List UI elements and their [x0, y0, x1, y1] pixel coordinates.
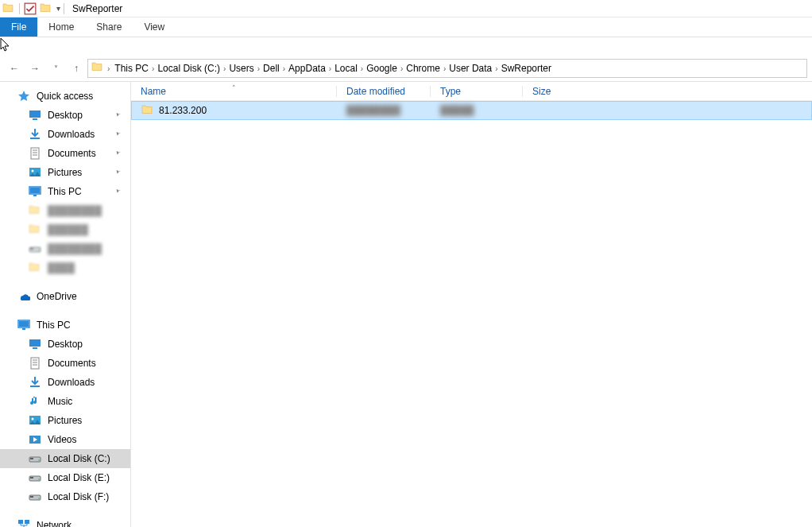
nav-up-button[interactable]: ↑: [67, 59, 86, 78]
breadcrumb-segment[interactable]: Google: [363, 63, 400, 74]
sidebar-item-label: Pictures: [48, 415, 82, 426]
sidebar-redacted-item[interactable]: ████████: [0, 201, 130, 220]
videos-icon: [29, 433, 41, 446]
nav-back-button[interactable]: ←: [5, 59, 24, 78]
pictures-icon: [29, 414, 41, 427]
monitor-icon: [29, 185, 41, 198]
sidebar-item-desktop[interactable]: Desktop: [0, 335, 130, 354]
qat-new-folder-icon[interactable]: [39, 2, 53, 16]
nav-recent-dropdown[interactable]: ˅: [46, 59, 65, 78]
sidebar-item-downloads[interactable]: Downloads: [0, 373, 130, 392]
pin-icon: [114, 149, 122, 159]
breadcrumb-segment[interactable]: Users: [226, 63, 257, 74]
sidebar-item-label: Music: [48, 396, 72, 407]
nav-bar: ← → ˅ ↑ › This PC›Local Disk (C:)›Users›…: [0, 56, 812, 82]
disk-icon: [29, 490, 41, 503]
cell-name: 81.233.200: [132, 104, 337, 117]
pin-icon: [114, 130, 122, 140]
tab-share[interactable]: Share: [85, 17, 133, 37]
sidebar-item-documents[interactable]: Documents: [0, 354, 130, 373]
breadcrumb-segment[interactable]: Dell: [260, 63, 283, 74]
onedrive-icon: [17, 290, 30, 303]
nav-forward-button[interactable]: →: [25, 59, 44, 78]
sidebar-item-label: Videos: [48, 434, 76, 445]
sidebar-item-this-pc[interactable]: This PC: [0, 182, 130, 201]
ribbon-tabs: File Home Share View: [0, 17, 812, 37]
navigation-pane[interactable]: Quick access DesktopDownloadsDocumentsPi…: [0, 82, 131, 527]
sidebar-quick-access[interactable]: Quick access: [0, 87, 130, 106]
disk-icon: [29, 471, 41, 484]
breadcrumb-segment[interactable]: User Data: [446, 63, 495, 74]
sidebar-item-downloads[interactable]: Downloads: [0, 125, 130, 144]
sidebar-item-music[interactable]: Music: [0, 392, 130, 411]
tab-file[interactable]: File: [0, 17, 37, 37]
sort-asc-icon: ˄: [232, 84, 236, 92]
breadcrumb-segment[interactable]: Local Disk (C:): [154, 63, 223, 74]
sidebar-redacted-item[interactable]: ██████: [0, 220, 130, 239]
sidebar-item-pictures[interactable]: Pictures: [0, 163, 130, 182]
pin-icon: [114, 187, 122, 197]
sidebar-item-label: Desktop: [48, 339, 83, 350]
column-type[interactable]: Type: [430, 86, 522, 97]
breadcrumb-segment[interactable]: This PC: [111, 63, 152, 74]
sidebar-item-label: Local Disk (C:): [48, 453, 110, 464]
quick-access-toolbar: ▾: [2, 2, 66, 16]
breadcrumb-segment[interactable]: Local: [331, 63, 361, 74]
qat-properties-icon[interactable]: [23, 2, 37, 16]
desktop-icon: [29, 109, 41, 122]
sidebar-item-label: This PC: [48, 186, 82, 197]
sidebar-item-label: Downloads: [48, 129, 95, 140]
pin-icon: [114, 110, 122, 121]
music-icon: [29, 395, 41, 408]
sidebar-network[interactable]: Network: [0, 516, 130, 527]
tab-view[interactable]: View: [133, 17, 176, 37]
sidebar-item-local-disk-f-[interactable]: Local Disk (F:): [0, 487, 130, 506]
sidebar-onedrive[interactable]: OneDrive: [0, 287, 130, 306]
sidebar-item-videos[interactable]: Videos: [0, 430, 130, 449]
sidebar-this-pc[interactable]: This PC: [0, 316, 130, 335]
qat-separator: [19, 3, 20, 14]
sidebar-item-documents[interactable]: Documents: [0, 144, 130, 163]
sidebar-item-desktop[interactable]: Desktop: [0, 106, 130, 125]
chevron-right-icon[interactable]: ›: [107, 64, 110, 73]
sidebar-item-pictures[interactable]: Pictures: [0, 411, 130, 430]
monitor-icon: [17, 319, 30, 331]
pin-icon: [114, 168, 122, 178]
sidebar-item-label: Downloads: [48, 377, 95, 388]
desktop-icon: [29, 338, 41, 351]
qat-folder-icon[interactable]: [2, 2, 16, 16]
qat-separator-2: [64, 3, 64, 14]
download-icon: [29, 128, 41, 141]
sidebar-item-local-disk-c-[interactable]: Local Disk (C:): [0, 449, 130, 468]
column-headers: Name˄ Date modified Type Size: [131, 82, 812, 101]
document-icon: [29, 357, 41, 370]
file-list-pane: Name˄ Date modified Type Size 81.233.200…: [131, 82, 812, 527]
column-date-modified[interactable]: Date modified: [336, 86, 430, 97]
network-icon: [17, 519, 30, 527]
sidebar-item-label: Documents: [48, 358, 96, 369]
breadcrumb-segment[interactable]: SwReporter: [498, 63, 555, 74]
sidebar-redacted-item[interactable]: ████: [0, 258, 130, 277]
file-row[interactable]: 81.233.200█████████████: [131, 101, 812, 120]
title-bar: ▾ SwReporter: [0, 0, 812, 17]
breadcrumb-segment[interactable]: Chrome: [403, 63, 443, 74]
breadcrumb-segment[interactable]: AppData: [285, 63, 329, 74]
column-size[interactable]: Size: [522, 86, 584, 97]
address-bar[interactable]: › This PC›Local Disk (C:)›Users›Dell›App…: [87, 59, 807, 78]
window-title: SwReporter: [72, 3, 122, 14]
tab-home[interactable]: Home: [37, 17, 85, 37]
pictures-icon: [29, 166, 41, 179]
cell-date: ████████: [337, 105, 431, 116]
sidebar-item-label: Local Disk (F:): [48, 491, 109, 502]
cell-type: █████: [431, 105, 523, 116]
column-name[interactable]: Name˄: [131, 86, 336, 97]
sidebar-redacted-item[interactable]: ████████: [0, 239, 130, 258]
sidebar-item-label: Documents: [48, 148, 96, 159]
sidebar-item-local-disk-e-[interactable]: Local Disk (E:): [0, 468, 130, 487]
qat-dropdown-icon[interactable]: ▾: [56, 4, 60, 13]
sidebar-item-label: Desktop: [48, 110, 83, 121]
folder-icon: [141, 104, 154, 117]
cursor-icon: [0, 37, 11, 53]
sidebar-item-label: Pictures: [48, 167, 82, 178]
sidebar-item-label: Local Disk (E:): [48, 472, 110, 483]
